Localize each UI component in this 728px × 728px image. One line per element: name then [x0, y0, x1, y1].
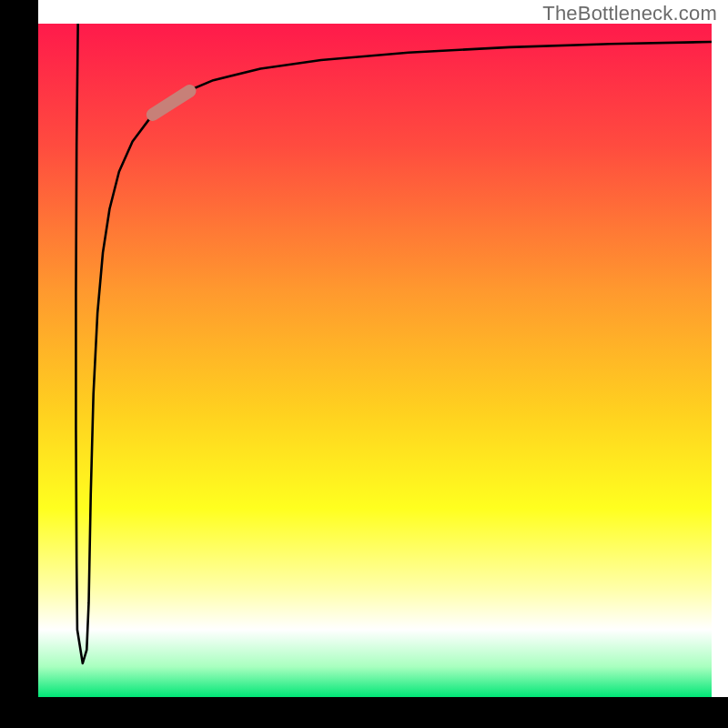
chart-svg [0, 0, 728, 728]
plot-background [38, 24, 712, 697]
watermark-text: TheBottleneck.com [542, 2, 717, 25]
chart-container: TheBottleneck.com [0, 0, 728, 728]
